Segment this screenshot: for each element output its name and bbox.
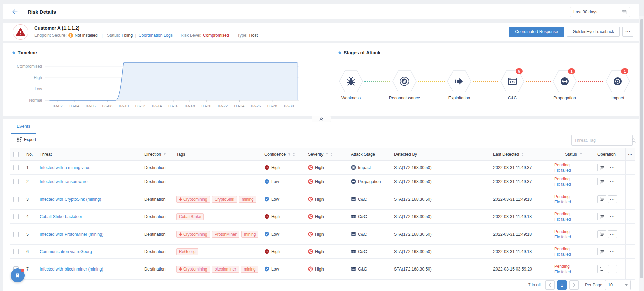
col-direction: Direction xyxy=(140,148,172,160)
status-cell: PendingFix failed xyxy=(550,210,593,223)
date-range-value: Last 30 days xyxy=(573,10,597,14)
tag-chip: Cryptomining xyxy=(176,266,210,273)
attack-stage-cell: C&C xyxy=(347,210,390,223)
date-range-picker[interactable]: Last 30 days xyxy=(570,7,630,17)
status-fix-failed-link[interactable]: Fix failed xyxy=(554,234,571,240)
status-fix-failed-link[interactable]: Fix failed xyxy=(554,182,571,187)
row-more-button[interactable]: ··· xyxy=(608,164,617,171)
status-fix-failed-link[interactable]: Fix failed xyxy=(554,168,571,173)
fixed-col-spacer xyxy=(625,224,635,244)
tag-chip: Cryptomining xyxy=(176,231,210,238)
tab-events[interactable]: Events xyxy=(11,119,36,134)
threat-link[interactable]: Infected with a mining virus xyxy=(40,165,90,170)
threat-link[interactable]: Cobalt Strike backdoor xyxy=(40,214,82,219)
select-all-cell xyxy=(10,148,22,160)
header-more-button[interactable]: ··· xyxy=(622,27,633,37)
sorter-icon[interactable] xyxy=(521,152,524,157)
per-page-select[interactable]: 10 xyxy=(605,280,631,290)
col-more-settings[interactable]: ··· xyxy=(625,148,635,160)
status-fix-failed-link[interactable]: Fix failed xyxy=(554,269,571,275)
threat-link[interactable]: Communication via reGeorg xyxy=(40,249,92,254)
fixed-col-spacer xyxy=(625,189,635,209)
row-strategy-button[interactable] xyxy=(597,213,606,220)
row-checkbox[interactable] xyxy=(13,214,19,219)
status-cell: PendingFix failed xyxy=(550,224,593,244)
exploit-icon xyxy=(454,76,464,86)
stage-connector xyxy=(526,81,551,82)
flame-icon xyxy=(179,197,182,201)
export-table-icon xyxy=(17,137,22,142)
row-number: 3 xyxy=(22,189,36,209)
row-strategy-button[interactable] xyxy=(597,195,606,203)
export-label: Export xyxy=(24,137,36,142)
search-input[interactable] xyxy=(572,138,631,143)
pagination-next-button[interactable] xyxy=(569,280,579,290)
filter-icon[interactable] xyxy=(288,153,291,156)
row-strategy-button[interactable] xyxy=(597,230,606,238)
sorter-icon[interactable] xyxy=(330,152,333,157)
row-more-button[interactable]: ··· xyxy=(608,195,617,203)
row-checkbox[interactable] xyxy=(13,249,19,254)
cc-stage-icon xyxy=(351,249,356,254)
severity-cell: High xyxy=(304,210,347,223)
confidence-cell: Low xyxy=(260,189,304,209)
stage-connector xyxy=(418,81,446,82)
threat-link[interactable]: Infected with ransomware xyxy=(40,179,87,184)
back-arrow-icon[interactable] xyxy=(12,9,18,14)
status-fix-failed-link[interactable]: Fix failed xyxy=(554,252,571,257)
svg-text:03-12: 03-12 xyxy=(135,104,145,108)
tags-cell: ReGeorg xyxy=(172,245,260,258)
confidence-shield-icon xyxy=(264,165,269,170)
status-fix-failed-link[interactable]: Fix failed xyxy=(554,217,571,222)
operation-cell: ··· xyxy=(593,161,625,174)
pagination-page-1[interactable]: 1 xyxy=(557,280,567,290)
direction-cell: Destination xyxy=(140,224,172,244)
select-all-checkbox[interactable] xyxy=(13,152,19,157)
coordination-logs-link[interactable]: Coordination Logs xyxy=(138,33,172,38)
search-icon[interactable] xyxy=(631,138,636,143)
row-strategy-button[interactable] xyxy=(597,248,606,255)
risk-header-card: Customer A (1.1.1.2) Endpoint Secure: ! … xyxy=(3,23,639,41)
filter-icon[interactable] xyxy=(325,153,329,156)
scrollbar-thumb[interactable] xyxy=(640,19,643,278)
threat-link[interactable]: Infected with CryptoSink (mining) xyxy=(40,197,101,202)
threat-link[interactable]: Infected with bitcoinminer (mining) xyxy=(40,267,103,272)
coordinated-response-button[interactable]: Coordinated Response xyxy=(509,27,564,37)
row-checkbox[interactable] xyxy=(13,232,19,237)
row-more-button[interactable]: ··· xyxy=(608,230,617,238)
row-more-button[interactable]: ··· xyxy=(608,265,617,273)
pagination-prev-button[interactable] xyxy=(545,280,555,290)
last-detected-cell: 2022-03-31 11:49:18 xyxy=(489,224,550,244)
row-checkbox[interactable] xyxy=(13,197,19,202)
chevron-right-icon xyxy=(573,283,575,287)
row-strategy-button[interactable] xyxy=(597,178,606,185)
status-fix-failed-link[interactable]: Fix failed xyxy=(554,199,571,205)
severity-icon xyxy=(308,266,313,272)
detected-by-cell: STA(172.168.30.50) xyxy=(390,161,489,174)
direction-cell: Destination xyxy=(140,245,172,258)
threat-link[interactable]: Infected with ProtonMiner (mining) xyxy=(40,232,103,237)
row-strategy-button[interactable] xyxy=(597,265,606,273)
goldeneye-traceback-button[interactable]: GoldenEye Traceback xyxy=(567,27,620,37)
row-more-button[interactable]: ··· xyxy=(608,248,617,255)
sorter-icon[interactable] xyxy=(292,152,295,157)
filter-icon[interactable] xyxy=(163,153,166,156)
row-checkbox[interactable] xyxy=(13,165,19,170)
fixed-col-spacer xyxy=(625,161,635,174)
row-checkbox[interactable] xyxy=(13,179,19,184)
row-more-button[interactable]: ··· xyxy=(608,178,617,185)
per-page-label: Per Page xyxy=(585,283,602,287)
table-row: 4 Cobalt Strike backdoor Destination Cob… xyxy=(10,210,635,224)
svg-text:03-10: 03-10 xyxy=(119,104,129,108)
confidence-cell: Low xyxy=(260,259,304,279)
floating-feedback-button[interactable] xyxy=(11,268,25,282)
asset-info-line: Endpoint Secure: ! Not installed | Statu… xyxy=(34,33,258,38)
export-button[interactable]: Export xyxy=(17,137,36,142)
row-more-button[interactable]: ··· xyxy=(608,213,617,220)
filter-icon[interactable] xyxy=(579,153,583,156)
row-strategy-button[interactable] xyxy=(597,164,606,171)
svg-text:Low: Low xyxy=(35,87,42,91)
severity-cell: High xyxy=(304,189,347,209)
stage-node-recon xyxy=(392,70,417,93)
diamond-bullet-icon xyxy=(338,51,342,54)
